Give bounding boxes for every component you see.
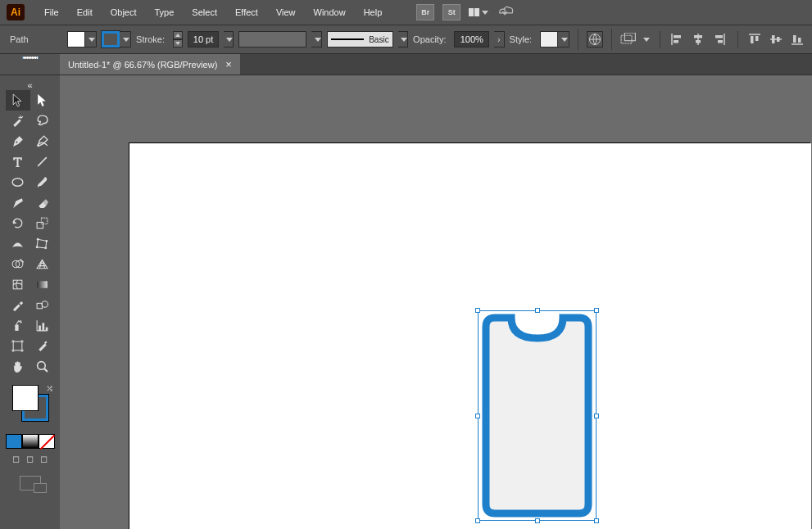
align-hcenter-button[interactable] — [690, 31, 706, 47]
svg-point-41 — [38, 362, 46, 370]
shape-builder-tool[interactable] — [6, 254, 30, 274]
shaper-tool[interactable] — [6, 192, 30, 213]
collapse-panel-icon[interactable]: « — [27, 80, 32, 90]
resize-handle-ml[interactable] — [475, 414, 480, 418]
draw-behind-icon[interactable]: ◻ — [26, 454, 34, 464]
width-tool[interactable] — [6, 233, 30, 254]
style-dropdown[interactable] — [558, 31, 569, 47]
resize-handle-tm[interactable] — [535, 308, 540, 313]
slice-tool[interactable] — [30, 336, 55, 356]
perspective-grid-tool[interactable] — [30, 254, 55, 274]
none-button[interactable] — [39, 434, 55, 449]
opacity-label: Opacity: — [413, 34, 446, 44]
menu-type[interactable]: Type — [147, 4, 183, 20]
svg-rect-33 — [37, 281, 48, 288]
gradient-tool[interactable] — [30, 274, 55, 295]
draw-inside-icon[interactable]: ◻ — [40, 454, 48, 464]
direct-selection-tool[interactable] — [30, 90, 55, 111]
document-tab-title: Untitled-1* @ 66.67% (RGB/Preview) — [68, 60, 217, 70]
resize-handle-br[interactable] — [594, 518, 599, 523]
align-top-button[interactable] — [746, 31, 763, 47]
svg-rect-4 — [674, 35, 681, 38]
curvature-tool[interactable] — [30, 131, 55, 151]
stroke-dropdown[interactable] — [120, 31, 131, 47]
menu-object[interactable]: Object — [102, 4, 145, 20]
opacity-dropdown[interactable]: › — [494, 31, 504, 47]
blend-tool[interactable] — [30, 295, 55, 315]
brush-dropdown[interactable] — [398, 31, 408, 47]
line-segment-tool[interactable] — [30, 151, 55, 172]
magic-wand-tool[interactable] — [6, 111, 30, 131]
stroke-weight-dropdown[interactable] — [224, 31, 234, 47]
eraser-tool[interactable] — [30, 192, 55, 213]
zoom-tool[interactable] — [30, 356, 55, 377]
align-to-button[interactable] — [620, 31, 636, 47]
arrange-documents-button[interactable] — [469, 8, 488, 16]
gpu-preview-icon[interactable] — [497, 5, 515, 20]
type-tool[interactable] — [6, 151, 30, 172]
align-right-button[interactable] — [711, 31, 728, 47]
scale-tool[interactable] — [30, 213, 55, 233]
stroke-swatch[interactable] — [102, 31, 131, 47]
fill-indicator[interactable] — [12, 385, 39, 411]
pen-tool[interactable] — [6, 131, 30, 151]
fill-stroke-indicator[interactable]: ⤭ — [12, 385, 48, 421]
resize-handle-tl[interactable] — [475, 308, 480, 313]
free-transform-tool[interactable] — [30, 233, 55, 254]
menu-help[interactable]: Help — [356, 4, 391, 20]
resize-handle-tr[interactable] — [594, 308, 599, 313]
artboard-tool[interactable] — [6, 336, 30, 356]
swap-fill-stroke-icon[interactable]: ⤭ — [46, 383, 53, 394]
menu-effect[interactable]: Effect — [227, 4, 266, 20]
document-tab-bar: Untitled-1* @ 66.67% (RGB/Preview) × — [0, 54, 812, 75]
stroke-weight-field[interactable]: 10 pt — [188, 31, 218, 47]
align-vcenter-button[interactable] — [768, 31, 784, 47]
gradient-button[interactable] — [22, 434, 39, 449]
menu-edit[interactable]: Edit — [69, 4, 101, 20]
resize-handle-bl[interactable] — [475, 518, 480, 523]
variable-width-dropdown[interactable] — [311, 31, 321, 47]
variable-width-profile[interactable] — [238, 31, 306, 47]
menu-select[interactable]: Select — [184, 4, 225, 20]
column-graph-tool[interactable] — [30, 315, 55, 336]
rotate-tool[interactable] — [6, 213, 30, 233]
stock-button[interactable]: St — [442, 4, 460, 20]
fill-dropdown[interactable] — [85, 31, 97, 47]
recolor-artwork-button[interactable] — [587, 31, 603, 47]
hand-tool[interactable] — [6, 356, 30, 377]
svg-rect-2 — [624, 33, 635, 41]
menu-file[interactable]: File — [36, 4, 67, 20]
selection-bounding-box[interactable] — [478, 310, 597, 521]
opacity-field[interactable]: 100% — [454, 31, 489, 47]
tools-panel-header[interactable] — [0, 54, 60, 75]
paintbrush-tool[interactable] — [30, 172, 55, 192]
mesh-tool[interactable] — [6, 274, 30, 295]
resize-handle-bm[interactable] — [535, 518, 540, 523]
eyedropper-tool[interactable] — [6, 295, 30, 315]
arrange-icon — [469, 8, 479, 16]
brush-definition[interactable]: Basic — [327, 31, 393, 47]
stroke-weight-spinner[interactable] — [173, 31, 183, 47]
resize-handle-mr[interactable] — [594, 414, 599, 418]
align-bottom-button[interactable] — [789, 31, 805, 47]
graphic-style[interactable] — [540, 31, 569, 47]
menu-window[interactable]: Window — [306, 4, 354, 20]
fill-swatch[interactable] — [67, 31, 97, 47]
main-area: « — [0, 75, 812, 529]
screen-mode-button[interactable] — [20, 476, 41, 491]
document-tab[interactable]: Untitled-1* @ 66.67% (RGB/Preview) × — [60, 54, 240, 75]
draw-normal-icon[interactable]: ◻ — [12, 454, 20, 464]
close-tab-button[interactable]: × — [225, 58, 232, 70]
selection-tool[interactable] — [6, 90, 30, 111]
control-bar: Path Stroke: 10 pt Basic Opacity: 100% ›… — [0, 25, 812, 54]
ellipse-tool[interactable] — [6, 172, 30, 192]
color-button[interactable] — [6, 434, 22, 449]
style-swatch-icon — [540, 31, 558, 47]
menu-view[interactable]: View — [268, 4, 304, 20]
symbol-sprayer-tool[interactable] — [6, 315, 30, 336]
bridge-button[interactable]: Br — [416, 4, 434, 20]
lasso-tool[interactable] — [30, 111, 55, 131]
svg-point-27 — [45, 240, 48, 242]
canvas[interactable] — [60, 75, 812, 529]
align-left-button[interactable] — [669, 31, 685, 47]
